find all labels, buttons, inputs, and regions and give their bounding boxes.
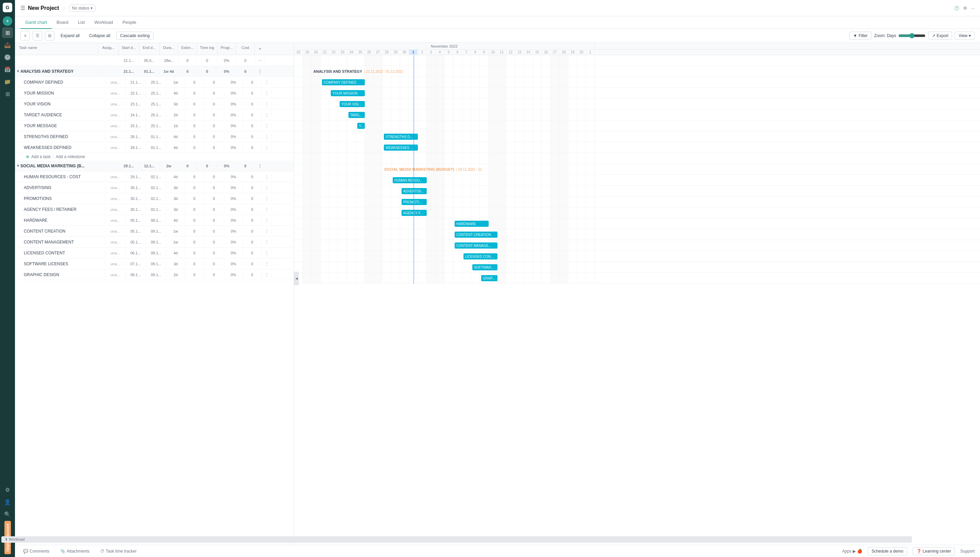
add-button[interactable]: + xyxy=(3,16,12,26)
gantt-grid-cell xyxy=(498,197,506,207)
sidebar-icon-folder[interactable]: 📁 xyxy=(2,76,13,87)
toolbar-icon-1[interactable]: ≡ xyxy=(20,31,30,41)
gantt-grid-cell xyxy=(444,77,453,87)
toolbar-icon-3[interactable]: ⊞ xyxy=(45,31,54,41)
sidebar-icon-calendar[interactable]: 📅 xyxy=(2,64,13,75)
settings-icon[interactable]: ⚙ xyxy=(963,6,967,11)
comments-button[interactable]: 💬 Comments xyxy=(20,547,52,555)
cell-menu[interactable]: ⋮ xyxy=(262,111,272,119)
support-button[interactable]: Support xyxy=(960,549,975,554)
expand-all-button[interactable]: Expand all xyxy=(57,32,83,39)
add-milestone-label[interactable]: Add a milestone xyxy=(56,155,85,159)
col-header-assign: Assig... xyxy=(98,43,119,55)
workload-badge[interactable]: ⬆ Workload xyxy=(2,536,912,543)
group-toggle[interactable]: ▾ xyxy=(17,164,19,168)
cell-menu[interactable]: ⋮ xyxy=(262,228,272,235)
gantt-bar[interactable]: YOUR MISSION xyxy=(331,90,365,96)
sidebar-icon-grid[interactable]: ⊞ xyxy=(2,88,13,99)
cell-assign: una... xyxy=(105,90,126,96)
gantt-bar[interactable]: YOUR VISI... xyxy=(340,101,365,107)
group-toggle[interactable]: ▾ xyxy=(17,69,19,73)
cell-start: 28.1... xyxy=(126,144,146,151)
gantt-bar[interactable]: HUMAN RESOU... xyxy=(393,177,427,183)
sidebar-icon-clock[interactable]: 🕐 xyxy=(2,52,13,63)
schedule-demo-button[interactable]: Schedule a demo xyxy=(868,547,907,555)
cell-start: 29.1... xyxy=(126,173,146,180)
tab-board[interactable]: Board xyxy=(52,16,73,29)
attachments-button[interactable]: 📎 Attachments xyxy=(57,547,92,555)
gantt-bar[interactable]: TARG... xyxy=(348,112,365,118)
gantt-grid-cell xyxy=(515,262,524,272)
gantt-bar[interactable]: ADVERTISI... xyxy=(402,188,427,194)
zoom-slider[interactable] xyxy=(898,33,926,38)
cascade-sorting-button[interactable]: Cascade sorting xyxy=(116,32,154,40)
cell-menu[interactable]: ⋮ xyxy=(262,144,272,151)
gantt-bar[interactable]: GRAP... xyxy=(481,275,498,281)
sidebar-icon-settings[interactable]: ⚙ xyxy=(2,484,13,495)
export-button[interactable]: ↗ Export xyxy=(928,32,952,40)
cell-menu[interactable]: ⋮ xyxy=(262,78,272,86)
gantt-collapse-button[interactable]: ◀ xyxy=(294,272,299,285)
cell-menu[interactable]: ⋮ xyxy=(262,217,272,224)
toolbar-icon-2[interactable]: ☰ xyxy=(33,31,42,41)
tab-people[interactable]: People xyxy=(118,16,141,29)
gantt-grid-cell xyxy=(586,131,595,142)
cell-menu[interactable]: ⋮ xyxy=(262,271,272,278)
more-icon[interactable]: ··· xyxy=(971,6,975,11)
gantt-bar[interactable]: AGENCY F... xyxy=(402,210,427,216)
cell-menu[interactable]: ⋮ xyxy=(262,173,272,181)
cell-cost: 0 xyxy=(243,101,262,107)
gantt-grid-cell xyxy=(586,66,595,77)
cell-menu[interactable]: ⋮ xyxy=(262,206,272,213)
gantt-bar[interactable]: STRENGTHS D... xyxy=(384,134,418,140)
tab-gantt[interactable]: Gantt chart xyxy=(20,16,52,29)
gantt-bar[interactable]: ANALYSIS AND STRATEGY| 21.11.2022 - 01.1… xyxy=(312,68,458,75)
gantt-grid-cell xyxy=(436,142,444,153)
add-task-label[interactable]: Add a task xyxy=(31,155,51,159)
star-icon[interactable]: ☆ xyxy=(62,5,66,11)
view-button[interactable]: View ▾ xyxy=(955,32,975,40)
filter-button[interactable]: ▼ Filter xyxy=(849,32,871,40)
gantt-bar[interactable]: CONTENT CREATION xyxy=(455,231,498,238)
cell-menu[interactable]: ⋮ xyxy=(262,195,272,202)
gantt-bar[interactable]: Y... xyxy=(357,123,365,129)
cell-menu[interactable]: ⋮ xyxy=(262,100,272,108)
sidebar-icon-user[interactable]: 👤 xyxy=(2,497,13,507)
learning-center-button[interactable]: ❓ Learning center xyxy=(913,547,955,555)
cell-menu[interactable]: ⋮ xyxy=(262,238,272,246)
tab-workload[interactable]: Workload xyxy=(90,16,118,29)
header-right: 🕐 ⚙ ··· xyxy=(954,6,975,11)
cell-menu[interactable]: ⋮ xyxy=(255,68,265,75)
cell-menu[interactable]: ⋮ xyxy=(262,90,272,97)
time-tracker-button[interactable]: ⏱ Task time tracker xyxy=(98,547,139,555)
sidebar-icon-inbox[interactable]: 📥 xyxy=(2,39,13,50)
gantt-grid-cell xyxy=(365,99,374,109)
gantt-bar[interactable]: WEAKNESSES ... xyxy=(384,145,418,151)
cell-menu[interactable]: ⋮ xyxy=(262,260,272,268)
gantt-grid-cell xyxy=(391,109,400,120)
add-task-row[interactable]: ⊕ Add a task | Add a milestone xyxy=(15,153,294,161)
app-logo[interactable]: G xyxy=(3,3,12,12)
gantt-bar[interactable]: CONTENT MANAGE... xyxy=(455,243,498,249)
cell-menu[interactable]: ⋯ xyxy=(255,57,265,64)
cell-menu[interactable]: ⋮ xyxy=(255,162,265,170)
status-badge[interactable]: No status ▾ xyxy=(69,5,96,12)
cell-menu[interactable]: ⋮ xyxy=(262,122,272,130)
history-icon[interactable]: 🕐 xyxy=(954,6,959,11)
tab-list[interactable]: List xyxy=(73,16,90,29)
sidebar-icon-search[interactable]: 🔍 xyxy=(2,509,13,520)
gantt-bar[interactable]: HARDWARE xyxy=(455,221,488,227)
sidebar-icon-home[interactable]: ⊞ xyxy=(2,27,13,38)
gantt-bar[interactable]: COMPANY DEFINED xyxy=(322,79,365,85)
gantt-bar[interactable]: LICENSED CON... xyxy=(464,253,498,259)
gantt-bar[interactable]: PROMOTI... xyxy=(402,199,427,205)
apps-button[interactable]: Apps ▶ 🍎 xyxy=(842,549,862,554)
cell-menu[interactable]: ⋮ xyxy=(262,133,272,140)
gantt-bar[interactable]: SOCIAL MEDIA MARKETING (BUDGET)| 29.11.2… xyxy=(382,166,583,173)
cell-menu[interactable]: ⋮ xyxy=(262,184,272,191)
cell-prog: 0% xyxy=(224,195,243,202)
cell-menu[interactable]: ⋮ xyxy=(262,249,272,257)
gantt-bar[interactable]: SOFTWAR... xyxy=(472,264,498,270)
collapse-all-button[interactable]: Collapse all xyxy=(86,32,114,39)
col-header-add[interactable]: + xyxy=(255,43,265,55)
